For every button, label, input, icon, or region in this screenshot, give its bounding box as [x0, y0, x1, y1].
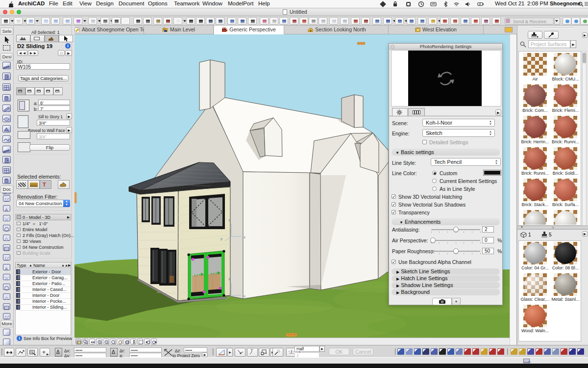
svg-text:x: x [244, 294, 245, 298]
svg-text:A: A [5, 266, 8, 271]
svg-text:z: z [228, 277, 230, 281]
svg-text:x: x [244, 235, 245, 239]
svg-text:y: y [220, 295, 222, 300]
svg-text:z: z [228, 218, 230, 222]
svg-text:A: A [5, 208, 8, 212]
svg-text:y: y [220, 237, 222, 241]
